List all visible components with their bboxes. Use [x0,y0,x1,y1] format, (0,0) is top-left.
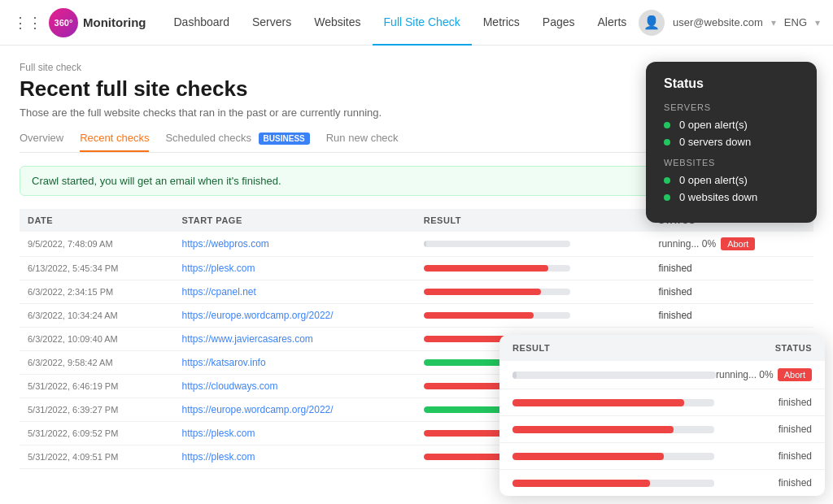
websites-label: WEBSITES [664,158,799,167]
green-dot-1 [664,122,670,128]
cell-progress [416,232,651,257]
popup-row: finished [499,443,825,470]
cell-url[interactable]: https://cloudways.com [173,375,415,398]
nav-servers[interactable]: Servers [241,0,303,46]
col-result: RESULT [416,209,651,232]
cell-url[interactable]: https://plesk.com [173,445,415,469]
popup-header: RESULT STATUS [499,335,825,361]
table-row: 6/3/2022, 2:34:15 PMhttps://cpanel.netfi… [20,280,813,304]
user-dropdown-icon[interactable]: ▾ [771,17,776,28]
avatar: 👤 [639,10,665,36]
logo-circle: 360° [49,8,78,37]
logo-text: Monitoring [83,15,146,29]
lang-dropdown-icon[interactable]: ▾ [815,17,820,28]
cell-url[interactable]: https://cpanel.net [173,280,415,304]
green-dot-2 [664,139,670,146]
nav-full-site-check[interactable]: Full Site Check [373,0,472,46]
cell-progress [416,280,651,304]
nav-links: Dashboard Servers Websites Full Site Che… [162,0,639,46]
status-panel-title: Status [664,76,799,91]
main-wrap: Full site check Recent full site checks … [0,46,833,504]
tab-run-new-check[interactable]: Run new check [326,132,399,152]
cell-date: 6/3/2022, 10:09:40 AM [20,328,173,351]
websites-open-alerts: 0 open alert(s) [664,174,799,186]
popup-finished-status: finished [714,424,812,435]
navbar: ⋮⋮ 360° Monitoring Dashboard Servers Web… [0,0,833,46]
popup-row: finished [499,470,825,496]
cell-date: 5/31/2022, 6:46:19 PM [20,375,173,398]
col-date: DATE [20,209,173,232]
lang-selector[interactable]: ENG [784,16,807,28]
cell-url[interactable]: https://europe.wordcamp.org/2022/ [173,304,415,328]
cell-progress [416,304,651,328]
grid-icon[interactable]: ⋮⋮ [13,14,42,32]
popup-body: running... 0%Abortfinishedfinishedfinish… [499,361,825,496]
green-dot-3 [664,177,670,184]
cell-url[interactable]: https://europe.wordcamp.org/2022/ [173,398,415,422]
popup-finished-status: finished [714,397,812,408]
cell-progress [416,257,651,280]
cell-status: finished [650,304,813,328]
cell-date: 6/3/2022, 2:34:15 PM [20,280,173,304]
cell-status: finished [650,257,813,280]
popup-abort-button[interactable]: Abort [778,368,812,381]
green-dot-4 [664,194,670,201]
popup-col-status: STATUS [714,343,812,353]
servers-down: 0 servers down [664,136,799,148]
cell-status: finished [650,280,813,304]
table-row: 6/3/2022, 10:34:24 AMhttps://europe.word… [20,304,813,328]
cell-date: 5/31/2022, 4:09:51 PM [20,445,173,469]
cell-date: 5/31/2022, 6:09:52 PM [20,422,173,445]
cell-date: 6/13/2022, 5:45:34 PM [20,257,173,280]
nav-alerts[interactable]: Alerts [587,0,639,46]
nav-websites[interactable]: Websites [303,0,372,46]
status-panel: Status SERVERS 0 open alert(s) 0 servers… [646,62,817,223]
table-row: 9/5/2022, 7:48:09 AMhttps://webpros.comr… [20,232,813,257]
cell-date: 5/31/2022, 6:39:27 PM [20,398,173,422]
nav-right: 👤 user@website.com ▾ ENG ▾ [639,10,820,36]
popup-finished-status: finished [714,450,812,462]
nav-metrics[interactable]: Metrics [472,0,531,46]
servers-open-alerts: 0 open alert(s) [664,119,799,131]
cell-date: 9/5/2022, 7:48:09 AM [20,232,173,257]
cell-url[interactable]: https://webpros.com [173,232,415,257]
abort-button[interactable]: Abort [721,237,755,250]
col-start-page: START PAGE [173,209,415,232]
business-badge: BUSINESS [259,133,310,145]
websites-down: 0 websites down [664,191,799,203]
cell-url[interactable]: https://www.javiercasares.com [173,328,415,351]
table-row: 6/13/2022, 5:45:34 PMhttps://plesk.comfi… [20,257,813,280]
popup-finished-status: finished [714,477,812,489]
popup-running-status[interactable]: running... 0%Abort [716,368,812,381]
nav-dashboard[interactable]: Dashboard [162,0,241,46]
cell-url[interactable]: https://plesk.com [173,422,415,445]
popup-row: running... 0%Abort [499,361,825,389]
popup-row: finished [499,389,825,416]
tab-recent-checks[interactable]: Recent checks [80,132,149,152]
cell-url[interactable]: https://katsarov.info [173,351,415,375]
popup-col-result: RESULT [512,343,714,353]
nav-logo[interactable]: 360° Monitoring [49,8,146,37]
cell-date: 6/3/2022, 10:34:24 AM [20,304,173,328]
servers-label: SERVERS [664,102,799,112]
cell-date: 6/3/2022, 9:58:42 AM [20,351,173,375]
popup-row: finished [499,416,825,443]
cell-status[interactable]: running... 0%Abort [650,232,813,257]
result-popup: RESULT STATUS running... 0%Abortfinished… [499,335,825,496]
tab-overview[interactable]: Overview [20,132,63,152]
tab-scheduled-checks[interactable]: Scheduled checks BUSINESS [165,132,309,152]
user-email[interactable]: user@website.com [673,16,763,28]
cell-url[interactable]: https://plesk.com [173,257,415,280]
nav-pages[interactable]: Pages [531,0,587,46]
